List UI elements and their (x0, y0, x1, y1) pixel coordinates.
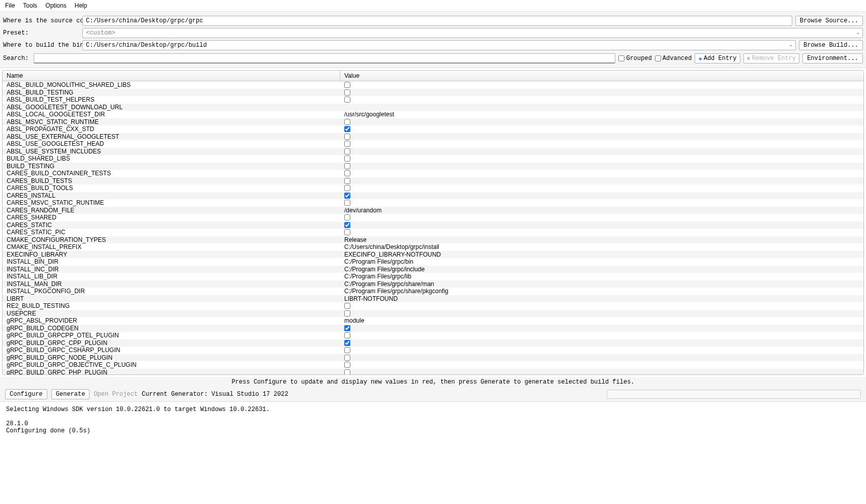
table-row[interactable]: INSTALL_PKGCONFIG_DIRC:/Program Files/gr… (3, 288, 863, 295)
table-row[interactable]: ABSL_BUILD_TEST_HELPERS (3, 96, 863, 104)
table-row[interactable]: CARES_STATIC (3, 222, 863, 229)
table-row[interactable]: CMAKE_CONFIGURATION_TYPESRelease (3, 236, 863, 244)
entry-value[interactable] (340, 97, 863, 103)
table-row[interactable]: gRPC_BUILD_GRPC_OBJECTIVE_C_PLUGIN (3, 361, 863, 369)
table-row[interactable]: gRPC_BUILD_GRPC_NODE_PLUGIN (3, 354, 863, 362)
table-row[interactable]: RE2_BUILD_TESTING (3, 302, 863, 310)
table-row[interactable]: ABSL_USE_GOOGLETEST_HEAD (3, 140, 863, 148)
entry-checkbox[interactable] (344, 148, 350, 154)
entry-value[interactable] (340, 185, 863, 191)
entry-checkbox[interactable] (344, 97, 350, 103)
entry-value[interactable] (340, 340, 863, 346)
table-row[interactable]: EXECINFO_LIBRARYEXECINFO_LIBRARY-NOTFOUN… (3, 251, 863, 259)
entry-checkbox[interactable] (344, 347, 350, 353)
table-row[interactable]: INSTALL_LIB_DIRC:/Program Files/grpc/lib (3, 273, 863, 280)
menu-options[interactable]: Options (45, 2, 66, 9)
entry-checkbox[interactable] (344, 222, 350, 228)
browse-build-button[interactable]: Browse Build... (799, 40, 863, 50)
entry-value[interactable]: C:/Program Files/grpc/lib (340, 273, 863, 280)
table-row[interactable]: CARES_SHARED (3, 214, 863, 222)
environment-button[interactable]: Environment... (802, 53, 863, 64)
entry-value[interactable] (340, 325, 863, 331)
entry-checkbox[interactable] (344, 170, 350, 176)
entry-value[interactable]: module (340, 317, 863, 324)
table-row[interactable]: gRPC_BUILD_GRPC_CPP_PLUGIN (3, 339, 863, 347)
source-input[interactable] (82, 16, 792, 26)
menu-help[interactable]: Help (75, 2, 87, 9)
entry-value[interactable] (340, 126, 863, 132)
table-row[interactable]: BUILD_SHARED_LIBS (3, 155, 863, 163)
entry-value[interactable]: C:/Program Files/grpc/bin (340, 258, 863, 265)
entry-value[interactable] (340, 170, 863, 176)
entry-value[interactable] (340, 155, 863, 162)
table-row[interactable]: CARES_MSVC_STATIC_RUNTIME (3, 199, 863, 207)
entry-value[interactable]: EXECINFO_LIBRARY-NOTFOUND (340, 251, 863, 258)
table-row[interactable]: CARES_RANDOM_FILE/dev/urandom (3, 207, 863, 214)
entry-value[interactable] (340, 178, 863, 184)
table-row[interactable]: gRPC_BUILD_GRPCPP_OTEL_PLUGIN (3, 332, 863, 339)
entry-checkbox[interactable] (344, 185, 350, 191)
menu-file[interactable]: File (5, 2, 15, 9)
entry-checkbox[interactable] (344, 214, 350, 220)
entry-value[interactable] (340, 214, 863, 220)
table-row[interactable]: gRPC_BUILD_GRPC_CSHARP_PLUGIN (3, 346, 863, 354)
entry-checkbox[interactable] (344, 332, 350, 338)
entry-checkbox[interactable] (344, 229, 350, 235)
table-row[interactable]: ABSL_BUILD_TESTING (3, 89, 863, 97)
entry-checkbox[interactable] (344, 193, 350, 199)
table-row[interactable]: INSTALL_MAN_DIRC:/Program Files/grpc/sha… (3, 280, 863, 288)
table-row[interactable]: gRPC_ABSL_PROVIDERmodule (3, 317, 863, 325)
search-input[interactable] (34, 53, 615, 64)
table-row[interactable]: gRPC_BUILD_CODEGEN (3, 325, 863, 332)
entry-value[interactable] (340, 119, 863, 125)
table-row[interactable]: ABSL_USE_SYSTEM_INCLUDES (3, 148, 863, 155)
entry-value[interactable] (340, 89, 863, 96)
entry-value[interactable] (340, 362, 863, 368)
table-row[interactable]: CMAKE_INSTALL_PREFIXC:/Users/china/Deskt… (3, 243, 863, 251)
table-row[interactable]: ABSL_GOOGLETEST_DOWNLOAD_URL (3, 104, 863, 111)
entry-value[interactable] (340, 303, 863, 309)
preset-combo[interactable] (82, 28, 863, 38)
table-row[interactable]: USEPCRE (3, 310, 863, 318)
entry-value[interactable] (340, 369, 863, 374)
menu-tools[interactable]: Tools (23, 2, 37, 9)
entry-value[interactable]: /usr/src/googletest (340, 111, 863, 118)
add-entry-button[interactable]: ✚ Add Entry (695, 53, 740, 64)
entry-checkbox[interactable] (344, 362, 350, 368)
entry-value[interactable]: C:/Program Files/grpc/share/pkgconfig (340, 288, 863, 295)
entry-value[interactable] (340, 82, 863, 88)
table-row[interactable]: ABSL_LOCAL_GOOGLETEST_DIR/usr/src/google… (3, 111, 863, 118)
open-project-button[interactable]: Open Project (94, 391, 137, 398)
table-row[interactable]: ABSL_BUILD_MONOLITHIC_SHARED_LIBS (3, 81, 863, 89)
col-value-header[interactable]: Value (340, 71, 863, 81)
entry-checkbox[interactable] (344, 369, 350, 374)
entry-checkbox[interactable] (344, 325, 350, 331)
entry-checkbox[interactable] (344, 200, 350, 206)
remove-entry-button[interactable]: ✖ Remove Entry (743, 53, 800, 64)
generate-button[interactable]: Generate (51, 389, 90, 399)
table-row[interactable]: BUILD_TESTING (3, 163, 863, 170)
entry-value[interactable] (340, 229, 863, 235)
build-input[interactable] (82, 40, 796, 50)
table-row[interactable]: CARES_BUILD_TOOLS (3, 184, 863, 192)
cache-body[interactable]: ABSL_BUILD_MONOLITHIC_SHARED_LIBSABSL_BU… (3, 81, 863, 374)
entry-checkbox[interactable] (344, 340, 350, 346)
table-row[interactable]: CARES_INSTALL (3, 192, 863, 200)
table-row[interactable]: ABSL_USE_EXTERNAL_GOOGLETEST (3, 133, 863, 141)
entry-value[interactable] (340, 310, 863, 317)
entry-checkbox[interactable] (344, 89, 350, 96)
table-row[interactable]: INSTALL_INC_DIRC:/Program Files/grpc/inc… (3, 266, 863, 273)
grouped-checkbox[interactable]: Grouped (618, 55, 651, 62)
entry-value[interactable] (340, 141, 863, 147)
grouped-checkbox-input[interactable] (618, 55, 624, 61)
table-row[interactable]: gRPC_BUILD_GRPC_PHP_PLUGIN (3, 369, 863, 375)
table-row[interactable]: LIBRTLIBRT-NOTFOUND (3, 295, 863, 303)
table-row[interactable]: CARES_BUILD_TESTS (3, 177, 863, 185)
entry-value[interactable] (340, 134, 863, 140)
entry-value[interactable] (340, 193, 863, 199)
entry-checkbox[interactable] (344, 119, 350, 125)
entry-value[interactable] (340, 332, 863, 338)
table-row[interactable]: ABSL_MSVC_STATIC_RUNTIME (3, 118, 863, 126)
table-row[interactable]: CARES_STATIC_PIC (3, 229, 863, 236)
col-name-header[interactable]: Name (3, 71, 340, 81)
